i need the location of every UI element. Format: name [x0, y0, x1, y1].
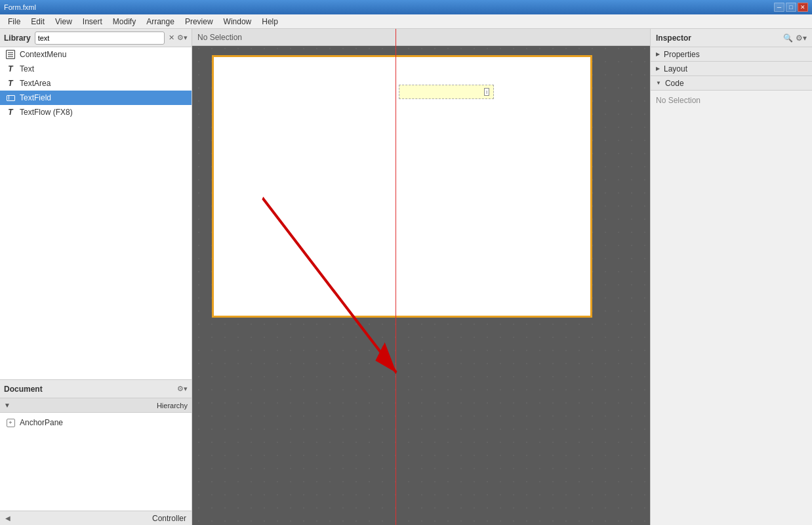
library-item-label: TextArea — [20, 79, 51, 88]
inspector-content: No Selection — [651, 91, 812, 525]
menu-window[interactable]: Window — [218, 16, 257, 28]
library-item-label: TextField — [20, 93, 51, 102]
canvas-textfield-element[interactable]: I — [399, 85, 494, 99]
title-bar-title: Form.fxml — [4, 3, 36, 11]
title-bar-controls: ─ □ ✕ — [774, 3, 808, 12]
close-button[interactable]: ✕ — [798, 3, 808, 12]
inspector-section-properties[interactable]: ▶ Properties — [651, 47, 812, 62]
library-title: Library — [4, 33, 31, 43]
right-panel: Inspector 🔍 ⚙▾ ▶ Properties ▶ Layout ▼ C… — [650, 29, 812, 525]
title-bar: Form.fxml ─ □ ✕ — [0, 0, 812, 14]
controller-label: Controller — [152, 514, 186, 523]
menu-edit[interactable]: Edit — [26, 16, 50, 28]
library-item-contextmenu[interactable]: ContextMenu — [0, 47, 192, 62]
canvas-area[interactable]: No Selection I — [192, 29, 650, 525]
inspector-section-layout[interactable]: ▶ Layout — [651, 62, 812, 76]
menu-help[interactable]: Help — [256, 16, 283, 28]
library-gear-button[interactable]: ⚙▾ — [177, 33, 188, 42]
hierarchy-row: ▼ Hierarchy — [0, 398, 192, 413]
library-item-textflow[interactable]: T TextFlow (FX8) — [0, 105, 192, 119]
expand-left-icon[interactable]: ◀ — [5, 514, 10, 522]
menu-insert[interactable]: Insert — [77, 16, 108, 28]
document-item-anchorpane[interactable]: + AnchorPane — [0, 415, 192, 430]
anchor-pane-icon: + — [5, 417, 16, 428]
menu-bar: File Edit View Insert Modify Arrange Pre… — [0, 14, 812, 29]
inspector-section-code[interactable]: ▼ Code — [651, 76, 812, 91]
library-header: Library ✕ ⚙▾ — [0, 29, 192, 47]
code-label: Code — [665, 79, 684, 88]
library-search-input[interactable] — [35, 32, 165, 45]
inspector-icons: 🔍 ⚙▾ — [783, 33, 807, 43]
main-layout: Library ✕ ⚙▾ ContextMenu T Text — [0, 29, 812, 525]
properties-collapse-icon: ▶ — [656, 51, 660, 57]
inspector-search-icon[interactable]: 🔍 — [783, 33, 793, 43]
minimize-button[interactable]: ─ — [774, 3, 784, 12]
hierarchy-collapse-arrow[interactable]: ▼ — [4, 402, 10, 409]
document-item-label: AnchorPane — [20, 418, 63, 427]
document-header: Document ⚙▾ — [0, 380, 192, 398]
properties-label: Properties — [664, 50, 700, 59]
menu-view[interactable]: View — [50, 16, 77, 28]
inspector-no-selection-label: No Selection — [656, 96, 700, 105]
textflow-icon: T — [5, 107, 16, 117]
library-item-label: Text — [20, 64, 34, 74]
document-gear-button[interactable]: ⚙▾ — [177, 385, 188, 393]
document-section: Document ⚙▾ ▼ Hierarchy + AnchorPane — [0, 379, 192, 511]
menu-file[interactable]: File — [3, 16, 26, 28]
document-title: Document — [4, 385, 43, 394]
library-item-label: TextFlow (FX8) — [20, 108, 73, 117]
library-item-label: ContextMenu — [20, 50, 66, 59]
no-selection-label: No Selection — [197, 33, 242, 42]
design-canvas[interactable]: I — [212, 55, 592, 318]
inspector-title: Inspector — [656, 33, 691, 43]
text-icon: T — [5, 64, 16, 74]
inspector-gear-icon[interactable]: ⚙▾ — [796, 33, 807, 43]
layout-collapse-icon: ▶ — [656, 66, 660, 72]
menu-arrange[interactable]: Arrange — [141, 16, 180, 28]
inspector-header: Inspector 🔍 ⚙▾ — [651, 29, 812, 47]
layout-label: Layout — [664, 64, 687, 74]
menu-preview[interactable]: Preview — [180, 16, 218, 28]
hierarchy-label: Hierarchy — [157, 402, 188, 410]
library-close-button[interactable]: ✕ — [169, 33, 174, 42]
menu-modify[interactable]: Modify — [108, 16, 141, 28]
textarea-icon: T — [5, 78, 16, 89]
context-menu-icon — [5, 49, 16, 60]
library-item-textarea[interactable]: T TextArea — [0, 76, 192, 91]
maximize-button[interactable]: □ — [786, 3, 796, 12]
controller-bar: ◀ Controller — [0, 511, 192, 525]
document-items-list: + AnchorPane — [0, 413, 192, 511]
library-item-textfield[interactable]: TextField — [0, 91, 192, 105]
no-selection-bar: No Selection — [192, 29, 650, 46]
textfield-cursor-indicator: I — [484, 88, 489, 96]
guide-line-vertical — [396, 29, 396, 525]
library-items-list: ContextMenu T Text T TextArea — [0, 47, 192, 379]
code-collapse-icon: ▼ — [656, 80, 661, 86]
library-item-text[interactable]: T Text — [0, 62, 192, 76]
textfield-icon — [5, 93, 16, 103]
left-panel: Library ✕ ⚙▾ ContextMenu T Text — [0, 29, 192, 525]
